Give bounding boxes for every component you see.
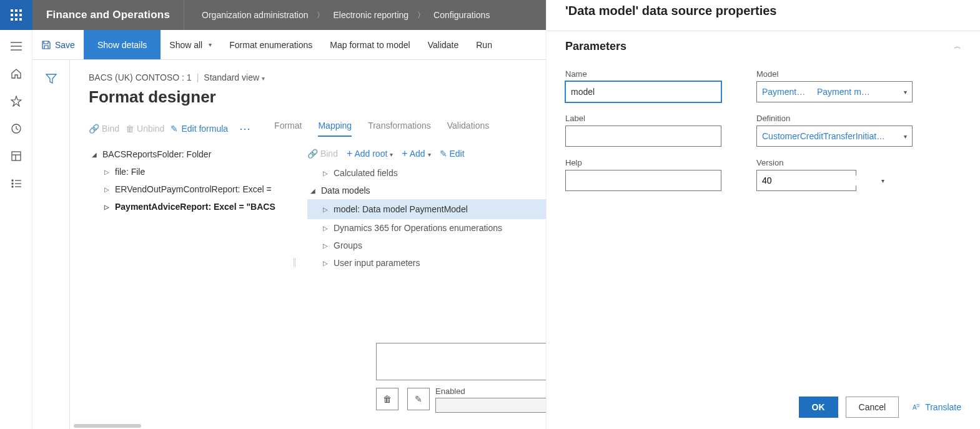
expand-icon[interactable]: ▷ (104, 169, 110, 175)
expand-icon[interactable]: ▷ (322, 206, 329, 213)
expand-icon[interactable]: ▷ (322, 260, 329, 267)
tree-node[interactable]: ▷file: File (89, 163, 295, 180)
collapse-icon[interactable]: ◢ (310, 187, 316, 194)
model-label: Model (756, 69, 913, 79)
name-label: Name (565, 69, 721, 79)
tree-node[interactable]: ▷ERVendOutPaymControlReport: Excel = (89, 180, 295, 198)
name-input[interactable] (565, 81, 721, 102)
svg-point-20 (12, 186, 13, 187)
tab-validations[interactable]: Validations (447, 121, 489, 137)
svg-rect-0 (11, 9, 13, 12)
more-button[interactable]: ⋯ (234, 122, 255, 136)
map-format-button[interactable]: Map format to model (321, 30, 418, 59)
run-button[interactable]: Run (467, 30, 501, 59)
help-input[interactable] (565, 170, 721, 191)
workspace-icon[interactable] (10, 150, 22, 162)
pencil-icon: ✎ (171, 124, 178, 134)
trash-icon: 🗑 (126, 124, 134, 134)
tree-label: model: Data model PaymentModel (334, 204, 468, 214)
tree-node[interactable]: ▷PaymentAdviceReport: Excel = "BACS (89, 198, 295, 215)
tree-label: Data models (321, 185, 370, 195)
enabled-label: Enabled (435, 387, 465, 396)
validate-button[interactable]: Validate (419, 30, 468, 59)
svg-point-18 (12, 183, 13, 184)
chevron-right-icon: 〉 (417, 10, 425, 21)
translate-link[interactable]: A字 Translate (913, 402, 961, 412)
expand-icon[interactable]: ▷ (322, 170, 329, 177)
app-title[interactable]: Finance and Operations (32, 0, 184, 30)
validate-label: Validate (428, 40, 459, 50)
horizontal-scrollbar[interactable] (70, 423, 257, 429)
format-enumerations-button[interactable]: Format enumerations (220, 30, 321, 59)
show-details-label: Show details (97, 40, 147, 50)
chevron-down-icon: ▾ (904, 133, 907, 140)
pencil-icon: ✎ (415, 394, 422, 404)
save-button[interactable]: Save (32, 30, 84, 59)
designer-tabs: Format Mapping Transformations Validatio… (274, 121, 489, 137)
delete-button[interactable]: 🗑 (376, 388, 398, 410)
svg-rect-2 (19, 9, 22, 12)
add-root-button[interactable]: + Add root ▾ (347, 148, 393, 159)
edit-icon-button[interactable]: ✎ (407, 388, 430, 410)
home-icon[interactable] (10, 67, 22, 80)
show-all-label: Show all (169, 40, 202, 50)
cancel-button[interactable]: Cancel (846, 397, 899, 418)
star-icon[interactable] (10, 95, 22, 107)
tab-mapping[interactable]: Mapping (318, 121, 352, 137)
filter-gutter (32, 60, 70, 429)
definition-value: CustomerCreditTransferInitiat… (762, 131, 885, 141)
link-icon: 🔗 (307, 149, 318, 159)
panel-footer: OK Cancel A字 Translate (565, 388, 961, 429)
definition-select[interactable]: CustomerCreditTransferInitiat… ▾ (756, 126, 913, 147)
format-tree: ◢BACSReportsFolder: Folder ▷file: File ▷… (89, 145, 295, 272)
chevron-down-icon: ▾ (428, 151, 431, 158)
edit-formula-button[interactable]: ✎Edit formula (171, 124, 228, 134)
plus-icon: + (402, 148, 407, 159)
properties-panel: 'Data model' data source properties Para… (547, 0, 980, 429)
tree-node[interactable]: ◢BACSReportsFolder: Folder (89, 145, 295, 163)
format-enumerations-label: Format enumerations (229, 40, 312, 50)
version-select[interactable]: ▾ (756, 170, 856, 191)
svg-rect-6 (11, 18, 13, 21)
ok-label: OK (812, 402, 825, 412)
show-all-button[interactable]: Show all▾ (161, 30, 220, 59)
tab-format[interactable]: Format (274, 121, 302, 137)
svg-rect-8 (19, 18, 22, 21)
model-value-a: PaymentM… (762, 87, 812, 97)
tree-label: Dynamics 365 for Operations enumerations (334, 223, 502, 233)
ok-button[interactable]: OK (799, 397, 838, 418)
chevron-down-icon: ▾ (390, 151, 393, 158)
tab-transformations[interactable]: Transformations (368, 121, 431, 137)
plus-icon: + (347, 148, 352, 159)
model-select[interactable]: PaymentM… Payment m… ▾ (756, 81, 913, 102)
hamburger-icon[interactable] (10, 40, 22, 52)
chevron-down-icon: ▾ (209, 41, 212, 48)
label-input[interactable] (565, 126, 721, 147)
parameters-section-header[interactable]: Parameters ︿ (565, 40, 961, 53)
svg-text:字: 字 (916, 403, 920, 408)
breadcrumb-item[interactable]: Configurations (433, 10, 490, 20)
edit-button[interactable]: ✎ Edit (440, 149, 465, 159)
modules-icon[interactable] (10, 177, 22, 190)
breadcrumb-item[interactable]: Electronic reporting (333, 10, 408, 20)
breadcrumb-item[interactable]: Organization administration (202, 10, 308, 20)
add-button[interactable]: + Add ▾ (402, 148, 430, 159)
panel-title: 'Data model' data source properties (565, 4, 961, 18)
expand-icon[interactable]: ▷ (322, 225, 329, 232)
view-selector[interactable]: Standard view ▾ (204, 72, 265, 82)
label-label: Label (565, 114, 721, 123)
version-input[interactable] (757, 175, 876, 185)
filter-icon[interactable] (46, 74, 57, 429)
app-launcher-button[interactable] (0, 0, 32, 30)
recent-icon[interactable] (10, 122, 22, 135)
svg-rect-3 (11, 14, 13, 16)
version-label: Version (756, 158, 856, 167)
chevron-up-icon[interactable]: ︿ (954, 41, 961, 52)
expand-icon[interactable]: ▷ (104, 204, 110, 210)
chevron-right-icon: 〉 (317, 10, 324, 21)
collapse-icon[interactable]: ◢ (91, 151, 97, 158)
expand-icon[interactable]: ▷ (322, 242, 329, 249)
help-label: Help (565, 158, 721, 167)
show-details-button[interactable]: Show details (84, 30, 161, 59)
expand-icon[interactable]: ▷ (104, 186, 110, 193)
